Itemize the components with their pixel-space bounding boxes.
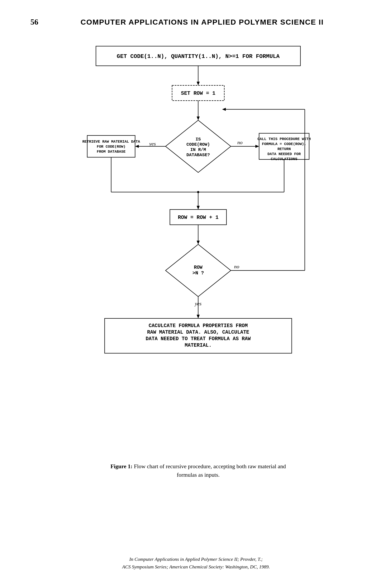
svg-marker-47 bbox=[222, 108, 226, 111]
svg-text:no: no bbox=[234, 264, 239, 269]
caption-label: Figure 1: bbox=[110, 463, 132, 470]
svg-text:RETRIEVE RAW MATERIAL DATA: RETRIEVE RAW MATERIAL DATA bbox=[82, 140, 140, 144]
svg-text:FROM DATABASE: FROM DATABASE bbox=[97, 150, 126, 154]
svg-text:IS: IS bbox=[196, 137, 201, 142]
svg-text:SET ROW = 1: SET ROW = 1 bbox=[181, 90, 215, 96]
svg-marker-16 bbox=[135, 145, 139, 148]
svg-text:GET CODE(1..N), QUANTITY(1..N): GET CODE(1..N), QUANTITY(1..N), N>=1 FOR… bbox=[117, 53, 280, 60]
svg-marker-7 bbox=[197, 117, 200, 120]
figure-caption: Figure 1: Flow chart of recursive proced… bbox=[100, 462, 296, 479]
svg-text:FORMULA = CODE(ROW).: FORMULA = CODE(ROW). bbox=[262, 142, 306, 146]
svg-marker-18 bbox=[256, 145, 259, 148]
page-number: 56 bbox=[30, 18, 38, 27]
svg-text:ROW = ROW + 1: ROW = ROW + 1 bbox=[178, 214, 218, 220]
svg-text:yes: yes bbox=[149, 141, 156, 147]
page-footer: In Computer Applications in Applied Poly… bbox=[0, 555, 392, 570]
footer-line1: In Computer Applications in Applied Poly… bbox=[0, 555, 392, 563]
footer-line2: ACS Symposium Series; American Chemical … bbox=[0, 563, 392, 570]
svg-text:FOR CODE(ROW): FOR CODE(ROW) bbox=[97, 145, 126, 149]
svg-text:RETURN: RETURN bbox=[277, 147, 291, 151]
svg-text:DATA NEEDED TO TREAT FORMULA A: DATA NEEDED TO TREAT FORMULA AS RAW bbox=[146, 336, 250, 342]
page-title: COMPUTER APPLICATIONS IN APPLIED POLYMER… bbox=[38, 18, 366, 26]
svg-text:CACULCATE FORMULA PROPERTIES F: CACULCATE FORMULA PROPERTIES FROM bbox=[148, 323, 248, 329]
flowchart: GET CODE(1..N), QUANTITY(1..N), N>=1 FOR… bbox=[78, 40, 318, 453]
svg-marker-38 bbox=[197, 241, 200, 244]
svg-text:CODE(ROW): CODE(ROW) bbox=[186, 142, 210, 147]
svg-point-34 bbox=[197, 191, 199, 193]
svg-marker-33 bbox=[197, 206, 200, 209]
page: 56 COMPUTER APPLICATIONS IN APPLIED POLY… bbox=[0, 0, 392, 588]
svg-marker-3 bbox=[197, 82, 200, 85]
svg-text:>N ?: >N ? bbox=[192, 270, 204, 276]
svg-text:ROW: ROW bbox=[194, 265, 202, 270]
caption-text: Flow chart of recursive procedure, accep… bbox=[132, 463, 286, 478]
svg-marker-49 bbox=[197, 315, 200, 318]
svg-text:CALL THIS PROCEDURE WITH: CALL THIS PROCEDURE WITH bbox=[258, 137, 311, 141]
svg-text:DATABASE?: DATABASE? bbox=[186, 152, 210, 157]
svg-text:DATA NEEDED FOR: DATA NEEDED FOR bbox=[267, 152, 301, 156]
svg-text:IN R/M: IN R/M bbox=[190, 147, 206, 152]
svg-text:MATERIAL.: MATERIAL. bbox=[185, 343, 212, 348]
svg-text:no: no bbox=[237, 140, 242, 145]
page-header: 56 COMPUTER APPLICATIONS IN APPLIED POLY… bbox=[30, 18, 366, 27]
svg-text:RAW MATERIAL DATA.  ALSO, CALC: RAW MATERIAL DATA. ALSO, CALCULATE bbox=[147, 330, 249, 335]
